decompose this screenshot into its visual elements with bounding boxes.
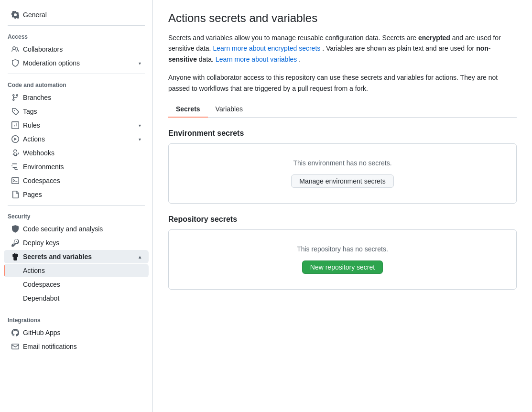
desc-line1-pre: Secrets and variables allow you to manag… bbox=[168, 34, 418, 42]
environment-secrets-box: This environment has no secrets. Manage … bbox=[168, 143, 517, 204]
sidebar-item-environments[interactable]: Environments bbox=[4, 160, 149, 173]
sidebar-item-branches[interactable]: Branches bbox=[4, 91, 149, 104]
tab-variables[interactable]: Variables bbox=[208, 101, 250, 118]
sidebar-item-branches-label: Branches bbox=[23, 94, 51, 101]
access-section-label: Access bbox=[0, 30, 152, 42]
sidebar-item-code-security-label: Code security and analysis bbox=[23, 225, 103, 233]
page-title: Actions secrets and variables bbox=[168, 11, 517, 25]
sidebar-item-github-apps-label: GitHub Apps bbox=[23, 329, 61, 336]
codespaces-icon bbox=[11, 177, 19, 184]
sidebar-item-codespaces-label: Codespaces bbox=[23, 177, 60, 184]
shield-icon bbox=[11, 59, 19, 67]
desc-encrypted-bold: encrypted bbox=[418, 34, 450, 42]
environment-secrets-empty-text: This environment has no secrets. bbox=[293, 159, 391, 167]
key-icon bbox=[11, 239, 19, 247]
tab-secrets[interactable]: Secrets bbox=[168, 101, 208, 118]
chevron-up-icon: ▴ bbox=[139, 254, 141, 260]
repository-secrets-empty-text: This repository has no secrets. bbox=[297, 245, 388, 253]
sidebar-subitem-dependabot-label: Dependabot bbox=[23, 294, 59, 302]
code-section-label: Code and automation bbox=[0, 78, 152, 90]
tab-variables-label: Variables bbox=[216, 105, 243, 113]
sidebar-item-tags-label: Tags bbox=[23, 108, 37, 115]
environment-secrets-title: Environment secrets bbox=[168, 129, 517, 138]
secrets-icon bbox=[11, 253, 19, 260]
description-text: Secrets and variables allow you to manag… bbox=[168, 33, 517, 65]
sidebar-item-pages[interactable]: Pages bbox=[4, 188, 149, 201]
sidebar-item-actions-label: Actions bbox=[23, 135, 45, 143]
tab-secrets-label: Secrets bbox=[176, 105, 200, 113]
sidebar-item-general[interactable]: General bbox=[4, 8, 149, 22]
sidebar-item-environments-label: Environments bbox=[23, 163, 64, 171]
sidebar-subitem-actions-label: Actions bbox=[23, 267, 45, 274]
sidebar-item-codespaces[interactable]: Codespaces bbox=[4, 174, 149, 187]
sidebar-item-secrets-variables-label: Secrets and variables bbox=[23, 253, 92, 260]
new-repository-secret-button[interactable]: New repository secret bbox=[302, 260, 383, 274]
repository-secrets-box: This repository has no secrets. New repo… bbox=[168, 229, 517, 290]
tabs-container: Secrets Variables bbox=[168, 101, 517, 118]
divider-access bbox=[8, 25, 145, 26]
chevron-actions-icon: ▾ bbox=[139, 137, 141, 142]
sidebar-item-webhooks-label: Webhooks bbox=[23, 149, 54, 157]
sidebar-item-email-notifications-label: Email notifications bbox=[23, 343, 77, 350]
sidebar-item-deploy-keys[interactable]: Deploy keys bbox=[4, 236, 149, 249]
desc-line1-final: . bbox=[299, 55, 301, 63]
pages-icon bbox=[11, 191, 19, 198]
divider-code bbox=[8, 74, 145, 74]
sidebar: General Access Collaborators Moderation … bbox=[0, 0, 153, 412]
sidebar-item-rules-label: Rules bbox=[23, 121, 40, 129]
sidebar-item-tags[interactable]: Tags bbox=[4, 105, 149, 118]
learn-more-variables-link[interactable]: Learn more about variables bbox=[216, 55, 297, 63]
active-indicator bbox=[4, 265, 5, 276]
security-section-label: Security bbox=[0, 209, 152, 222]
chevron-rules-icon: ▾ bbox=[139, 123, 141, 128]
sidebar-item-pages-label: Pages bbox=[23, 191, 42, 198]
sidebar-item-deploy-keys-label: Deploy keys bbox=[23, 239, 59, 247]
desc-line1-end: data. bbox=[199, 55, 216, 63]
sidebar-item-webhooks[interactable]: Webhooks bbox=[4, 146, 149, 160]
sidebar-subitem-codespaces-label: Codespaces bbox=[23, 281, 60, 288]
sidebar-item-code-security[interactable]: Code security and analysis bbox=[4, 222, 149, 236]
divider-integrations bbox=[8, 309, 145, 309]
manage-environment-secrets-button[interactable]: Manage environment secrets bbox=[291, 174, 394, 188]
sidebar-item-rules[interactable]: Rules ▾ bbox=[4, 119, 149, 132]
sidebar-item-collaborators[interactable]: Collaborators bbox=[4, 43, 149, 56]
sidebar-subitem-codespaces[interactable]: Codespaces bbox=[4, 278, 149, 291]
branch-icon bbox=[11, 94, 19, 101]
sidebar-item-general-label: General bbox=[23, 11, 47, 19]
email-icon bbox=[11, 343, 19, 350]
actions-icon bbox=[11, 135, 19, 143]
sidebar-item-github-apps[interactable]: GitHub Apps bbox=[4, 326, 149, 339]
desc-line1-post: . Variables are shown as plain text and … bbox=[322, 44, 476, 52]
sidebar-item-email-notifications[interactable]: Email notifications bbox=[4, 340, 149, 353]
sidebar-subitem-actions[interactable]: Actions bbox=[4, 264, 149, 277]
environments-icon bbox=[11, 163, 19, 171]
sidebar-item-moderation-label: Moderation options bbox=[23, 59, 80, 67]
sidebar-item-actions[interactable]: Actions ▾ bbox=[4, 132, 149, 146]
sidebar-item-moderation[interactable]: Moderation options ▾ bbox=[4, 56, 149, 70]
integrations-section-label: Integrations bbox=[0, 313, 152, 325]
person-icon bbox=[11, 45, 19, 53]
learn-more-secrets-link[interactable]: Learn more about encrypted secrets bbox=[213, 44, 320, 52]
sidebar-item-collaborators-label: Collaborators bbox=[23, 45, 63, 53]
sidebar-item-secrets-variables[interactable]: Secrets and variables ▴ bbox=[4, 250, 149, 263]
webhook-icon bbox=[11, 149, 19, 157]
apps-icon bbox=[11, 329, 19, 336]
divider-security bbox=[8, 205, 145, 206]
gear-icon bbox=[11, 11, 19, 19]
main-content: Actions secrets and variables Secrets an… bbox=[153, 0, 532, 412]
description-line2: Anyone with collaborator access to this … bbox=[168, 72, 517, 94]
sidebar-subitem-dependabot[interactable]: Dependabot bbox=[4, 292, 149, 305]
repository-secrets-title: Repository secrets bbox=[168, 215, 517, 224]
tag-icon bbox=[11, 108, 19, 115]
rules-icon bbox=[11, 121, 19, 129]
security-icon bbox=[11, 225, 19, 233]
chevron-down-icon: ▾ bbox=[139, 61, 141, 66]
